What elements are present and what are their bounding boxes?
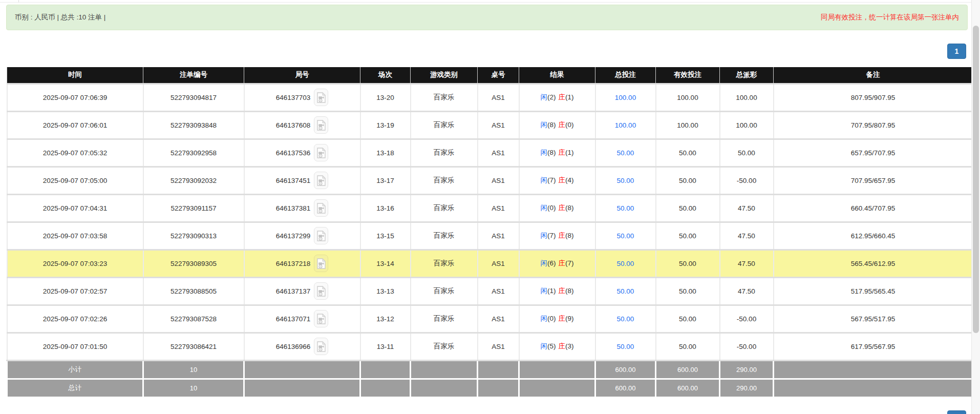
result-banker-label: 庄 [559, 287, 566, 295]
column-header-round-number: 局号 [244, 67, 360, 84]
result-banker-label: 庄 [559, 121, 566, 129]
cell-payout: 47.50 [720, 194, 774, 222]
cell-total-bet: 100.00 [595, 84, 656, 111]
video-file-icon [317, 148, 326, 158]
video-replay-button[interactable] [314, 255, 328, 272]
table-header-row: 时间注单编号局号场次游戏类别桌号结果总投注有效投注总派彩备注 [7, 67, 973, 84]
cell-game-type: 百家乐 [411, 250, 478, 277]
cell-result: 闲(5)庄(3) [519, 333, 595, 360]
total-bet-link[interactable]: 50.00 [617, 149, 634, 157]
total-bet-link[interactable]: 100.00 [615, 121, 636, 129]
cell-game-type: 百家乐 [411, 139, 478, 167]
table-row: 2025-09-07 07:02:57 522793088505 6461371… [7, 277, 973, 305]
column-header-result: 结果 [519, 67, 595, 84]
video-file-icon [317, 286, 326, 297]
video-file-icon [317, 120, 326, 131]
video-replay-button[interactable] [314, 172, 328, 189]
video-replay-button[interactable] [314, 227, 328, 244]
result-player-label: 闲 [541, 93, 548, 101]
currency-summary-text: 币别 : 人民币 | 总共 :10 注单 | [15, 13, 105, 22]
cell-payout: 100.00 [720, 111, 774, 139]
video-replay-button[interactable] [314, 116, 328, 134]
cell-total-bet: 50.00 [595, 277, 656, 305]
cell-table-number: AS1 [478, 167, 519, 194]
result-player-count: (1) [547, 287, 556, 295]
result-banker-label: 庄 [559, 232, 566, 239]
bet-records-table: 时间注单编号局号场次游戏类别桌号结果总投注有效投注总派彩备注 2025-09-0… [6, 67, 973, 398]
cell-table-number: AS1 [478, 194, 519, 222]
cell-remark: 517.95/565.45 [774, 277, 973, 305]
cell-session: 13-17 [360, 167, 411, 194]
cell-result: 闲(0)庄(8) [519, 194, 595, 222]
video-replay-button[interactable] [314, 89, 328, 106]
subtotal-total-bet: 600.00 [595, 360, 656, 379]
cell-bet-number: 522793092032 [143, 167, 244, 194]
cell-valid-bet: 50.00 [656, 139, 720, 167]
subtotal-row: 小计 10 600.00 600.00 290.00 [7, 360, 973, 379]
result-player-label: 闲 [541, 204, 548, 212]
total-bet-link[interactable]: 50.00 [617, 232, 634, 240]
video-replay-button[interactable] [314, 338, 328, 355]
table-row: 2025-09-07 07:05:32 522793092958 6461375… [7, 139, 973, 167]
cell-round-number: 646137608 [244, 111, 360, 139]
table-row: 2025-09-07 07:06:01 522793093848 6461376… [7, 111, 973, 139]
cell-round-number: 646137071 [244, 305, 360, 333]
video-replay-button[interactable] [314, 144, 328, 161]
cell-total-bet: 100.00 [595, 111, 656, 139]
result-player-count: (7) [547, 232, 556, 239]
cell-round-number: 646137218 [244, 250, 360, 277]
result-player-count: (8) [547, 121, 556, 129]
total-bet-link[interactable]: 100.00 [615, 94, 636, 101]
result-player-label: 闲 [541, 176, 548, 184]
cell-bet-number: 522793091157 [143, 194, 244, 222]
cell-table-number: AS1 [478, 139, 519, 167]
cell-table-number: AS1 [478, 250, 519, 277]
total-bet-link[interactable]: 50.00 [617, 204, 634, 212]
cell-round-number: 646136966 [244, 333, 360, 360]
page-1-button-bottom[interactable]: 1 [947, 410, 966, 414]
cell-result: 闲(8)庄(1) [519, 139, 595, 167]
vertical-scrollbar[interactable] [971, 0, 980, 414]
cell-valid-bet: 50.00 [656, 333, 720, 360]
total-bet-link[interactable]: 50.00 [617, 343, 634, 350]
cell-game-type: 百家乐 [411, 333, 478, 360]
result-banker-label: 庄 [559, 204, 566, 212]
cell-result: 闲(8)庄(0) [519, 111, 595, 139]
scrollbar-thumb[interactable] [973, 26, 979, 333]
video-replay-button[interactable] [314, 199, 328, 217]
result-player-count: (0) [547, 315, 556, 322]
page-1-button-top[interactable]: 1 [947, 44, 966, 59]
cell-round-number: 646137536 [244, 139, 360, 167]
cell-round-number: 646137703 [244, 84, 360, 111]
column-header-bet-number: 注单编号 [143, 67, 244, 84]
cell-remark: 807.95/907.95 [774, 84, 973, 111]
total-bet-link[interactable]: 50.00 [617, 260, 634, 267]
result-banker-count: (9) [565, 315, 574, 322]
cell-game-type: 百家乐 [411, 305, 478, 333]
cell-bet-number: 522793088505 [143, 277, 244, 305]
cell-round-number: 646137451 [244, 167, 360, 194]
video-file-icon [317, 258, 326, 269]
video-replay-button[interactable] [314, 282, 328, 300]
cell-session: 13-15 [360, 222, 411, 250]
cell-round-number: 646137381 [244, 194, 360, 222]
cell-remark: 707.95/807.95 [774, 111, 973, 139]
result-player-count: (5) [547, 342, 556, 350]
cell-table-number: AS1 [478, 333, 519, 360]
video-file-icon [317, 341, 326, 352]
cell-bet-number: 522793094817 [143, 84, 244, 111]
table-row: 2025-09-07 07:06:39 522793094817 6461377… [7, 84, 973, 111]
video-replay-button[interactable] [314, 310, 328, 327]
total-bet-link[interactable]: 50.00 [617, 315, 634, 323]
total-bet-link[interactable]: 50.00 [617, 177, 634, 184]
cell-result: 闲(1)庄(8) [519, 277, 595, 305]
cell-game-type: 百家乐 [411, 222, 478, 250]
cell-bet-number: 522793090313 [143, 222, 244, 250]
total-bet-link[interactable]: 50.00 [617, 287, 634, 295]
subtotal-payout: 290.00 [720, 360, 774, 379]
cell-time: 2025-09-07 07:03:58 [7, 222, 143, 250]
result-player-label: 闲 [541, 287, 548, 295]
result-banker-label: 庄 [559, 176, 566, 184]
cell-remark: 612.95/660.45 [774, 222, 973, 250]
subtotal-count: 10 [143, 360, 244, 379]
